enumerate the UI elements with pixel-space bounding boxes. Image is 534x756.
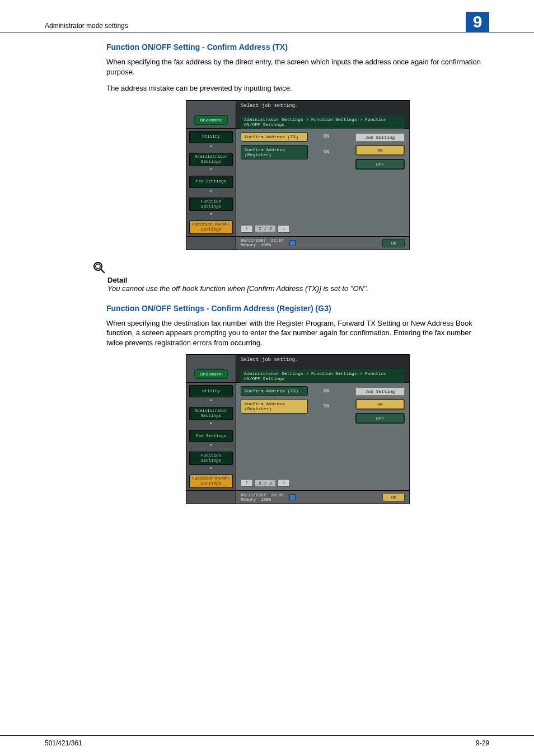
- nav-admin-settings[interactable]: Administrator Settings: [189, 407, 233, 420]
- panel-instruction: Select job setting.: [241, 103, 405, 109]
- panel-instruction: Select job setting.: [241, 357, 405, 363]
- row-value: ON: [324, 149, 329, 155]
- nav-function-settings[interactable]: Function Settings: [189, 198, 233, 211]
- header-section-title: Administrator mode settings: [45, 22, 128, 32]
- breadcrumb: Administrator Settings > Function Settin…: [241, 115, 405, 129]
- chapter-number-badge: 9: [466, 12, 489, 32]
- row-confirm-address-register[interactable]: Confirm Address (Register): [241, 145, 308, 159]
- status-datetime: 09/21/2007 23:08 Memory 100%: [241, 493, 284, 503]
- page-content: Function ON/OFF Setting - Confirm Addres…: [0, 32, 534, 504]
- row-value: ON: [324, 403, 329, 409]
- nav-admin-settings[interactable]: Administrator Settings: [189, 153, 233, 166]
- row-value: ON: [324, 134, 329, 139]
- storage-icon: [289, 494, 296, 500]
- bookmark-button[interactable]: Bookmark: [194, 115, 228, 125]
- device-panel: Bookmark Select job setting. Administrat…: [186, 100, 410, 250]
- nav-function-onoff[interactable]: Function ON/OFF Settings: [189, 475, 233, 488]
- chevron-down-icon: ▾: [209, 189, 212, 194]
- chevron-down-icon: ▾: [209, 212, 212, 217]
- off-button[interactable]: OFF: [355, 413, 405, 424]
- pager-down-button[interactable]: ↓: [278, 225, 290, 233]
- detail-body: You cannot use the off-hook function whe…: [107, 284, 489, 293]
- storage-icon: [289, 240, 296, 246]
- paragraph: When specifying the fax address by the d…: [106, 57, 489, 77]
- nav-fax-settings[interactable]: Fax Settings: [189, 430, 233, 442]
- row-confirm-address-tx[interactable]: Confirm Address (TX): [241, 132, 308, 142]
- detail-title: Detail: [107, 276, 489, 284]
- chevron-down-icon: ▾: [209, 466, 212, 471]
- chevron-down-icon: ▾: [209, 398, 212, 403]
- row-confirm-address-register[interactable]: Confirm Address (Register): [241, 399, 308, 414]
- nav-fax-settings[interactable]: Fax Settings: [189, 176, 233, 188]
- chevron-down-icon: ▾: [209, 443, 212, 448]
- status-datetime: 09/21/2007 23:07 Memory 100%: [241, 238, 284, 248]
- chevron-down-icon: ▾: [209, 167, 212, 172]
- nav-utility[interactable]: Utility: [189, 385, 233, 397]
- device-panel: Bookmark Select job setting. Administrat…: [186, 354, 410, 504]
- pager-up-button[interactable]: ↑: [241, 479, 253, 487]
- pager-indicator: 2 / 2: [255, 480, 275, 486]
- pager-up-button[interactable]: ↑: [241, 225, 253, 233]
- nav-function-onoff[interactable]: Function ON/OFF Settings: [189, 220, 233, 234]
- nav-function-settings[interactable]: Function Settings: [189, 452, 233, 465]
- chevron-down-icon: ▾: [209, 421, 212, 426]
- panel-screenshot: Bookmark Select job setting. Administrat…: [106, 354, 489, 504]
- row-value: ON: [324, 388, 329, 394]
- on-button[interactable]: ON: [355, 399, 405, 410]
- pager-down-button[interactable]: ↓: [278, 479, 290, 487]
- section-heading: Function ON/OFF Settings - Confirm Addre…: [106, 304, 489, 313]
- panel-nav: Utility ▾ Administrator Settings ▾ Fax S…: [186, 383, 236, 490]
- paragraph: The address mistake can be prevented by …: [106, 83, 489, 93]
- svg-point-1: [96, 264, 100, 268]
- on-button[interactable]: ON: [355, 145, 405, 156]
- off-button[interactable]: OFF: [355, 159, 405, 170]
- page-header: Administrator mode settings 9: [0, 0, 534, 32]
- breadcrumb: Administrator Settings > Function Settin…: [241, 369, 405, 383]
- panel-screenshot: Bookmark Select job setting. Administrat…: [106, 100, 489, 250]
- bookmark-button[interactable]: Bookmark: [194, 369, 228, 379]
- paragraph: When specifying the destination fax numb…: [106, 318, 489, 348]
- section-heading: Function ON/OFF Setting - Confirm Addres…: [106, 43, 489, 51]
- chevron-down-icon: ▾: [209, 144, 212, 149]
- ok-button[interactable]: OK: [382, 239, 405, 247]
- pager-indicator: 2 / 2: [255, 226, 275, 232]
- nav-utility[interactable]: Utility: [189, 131, 233, 143]
- job-setting-label: Job Setting: [355, 387, 405, 396]
- svg-line-2: [101, 269, 105, 273]
- row-confirm-address-tx[interactable]: Confirm Address (TX): [241, 386, 308, 396]
- detail-note: Detail You cannot use the off-hook funct…: [92, 260, 489, 293]
- ok-button[interactable]: OK: [382, 493, 405, 501]
- panel-nav: Utility ▾ Administrator Settings ▾ Fax S…: [186, 129, 236, 236]
- job-setting-label: Job Setting: [355, 133, 405, 142]
